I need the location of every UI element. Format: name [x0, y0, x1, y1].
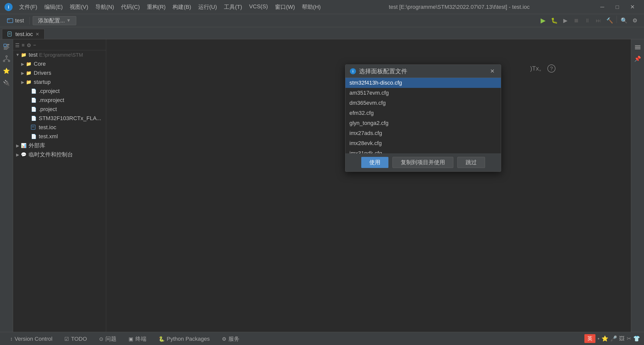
- bottom-tab-python-packages[interactable]: 🐍 Python Packages: [152, 332, 216, 345]
- project-selector[interactable]: test: [4, 16, 26, 25]
- tree-minus-icon[interactable]: −: [33, 42, 36, 48]
- dialog-list-item-2[interactable]: dm365evm.cfg: [345, 98, 501, 108]
- tray-icon-6[interactable]: 👕: [633, 335, 640, 342]
- app-logo: i: [4, 3, 13, 12]
- tree-item-startup[interactable]: ▶ 📁 startup: [13, 78, 106, 87]
- maximize-button[interactable]: □: [610, 0, 625, 14]
- close-button[interactable]: ✕: [625, 0, 640, 14]
- menu-navigate[interactable]: 导航(N): [92, 2, 117, 12]
- tree-tempconsole-label: 临时文件和控制台: [29, 151, 73, 158]
- menu-edit[interactable]: 编辑(E): [41, 2, 66, 12]
- content-area: )Tx。 ? i 选择面板配置文件 ✕ stm32f413h-disco.cfg: [106, 39, 631, 332]
- skip-button[interactable]: 跳过: [457, 157, 485, 168]
- tree-item-cproject[interactable]: ▶ 📄 .cproject: [13, 87, 106, 96]
- tree-root-folder-icon: 📁: [20, 51, 27, 58]
- tree-item-stm32flash[interactable]: ▶ 📄 STM32F103RCTx_FLA...: [13, 114, 106, 123]
- dialog-list-item-1[interactable]: am3517evm.cfg: [345, 88, 501, 98]
- menu-view[interactable]: 视图(V): [67, 2, 91, 12]
- dialog-list-item-7[interactable]: imx31pdk.cfg: [345, 148, 501, 153]
- dialog-title-bar: i 选择面板配置文件 ✕: [345, 65, 501, 78]
- use-button[interactable]: 使用: [361, 157, 388, 168]
- tree-startup-label: startup: [34, 79, 51, 85]
- structure-icon[interactable]: [1, 53, 12, 64]
- tree-toolbar: ☰ ≡ ⚙ −: [13, 40, 106, 50]
- tree-testxml-label: test.xml: [39, 133, 58, 140]
- tray-icon-3[interactable]: 🎤: [610, 335, 617, 342]
- project-view-icon[interactable]: [1, 41, 12, 52]
- bottom-tab-terminal[interactable]: ▣ 终端: [123, 332, 152, 345]
- build-button[interactable]: 🔨: [605, 16, 615, 26]
- plugins-icon[interactable]: 🔌: [1, 78, 12, 89]
- tree-startup-arrow: ▶: [20, 80, 25, 85]
- tree-item-project[interactable]: ▶ 📄 .project: [13, 105, 106, 114]
- pause-button[interactable]: ⏸: [582, 16, 592, 26]
- dialog-list-item-5[interactable]: imx27ads.cfg: [345, 128, 501, 138]
- tree-expand-icon[interactable]: ≡: [22, 42, 25, 48]
- tray-icon-2[interactable]: ⭐: [601, 335, 608, 342]
- menu-vcs[interactable]: VCS(S): [246, 2, 271, 12]
- tree-item-mxproject[interactable]: ▶ 📄 .mxproject: [13, 96, 106, 105]
- svg-rect-8: [7, 44, 9, 45]
- tray-icon-4[interactable]: 🖼: [619, 335, 625, 342]
- coverage-button[interactable]: ▶: [560, 16, 570, 26]
- tree-root-path: E:\programme\STM: [39, 52, 83, 58]
- step-button[interactable]: ⏭: [593, 16, 603, 26]
- menu-refactor[interactable]: 重构(R): [144, 2, 169, 12]
- bottom-tab-todo[interactable]: ☑ TODO: [58, 332, 93, 345]
- menu-help[interactable]: 帮助(H): [299, 2, 324, 12]
- tree-drivers-arrow: ▶: [20, 71, 25, 76]
- tree-item-test-xml[interactable]: ▶ 📄 test.xml: [13, 132, 106, 141]
- tree-drivers-folder-icon: 📁: [25, 70, 32, 77]
- favorites-icon[interactable]: ⭐: [1, 65, 12, 77]
- window-controls[interactable]: ─ □ ✕: [595, 0, 640, 14]
- menu-window[interactable]: 窗口(W): [272, 2, 298, 12]
- right-sidebar-icon-2[interactable]: 📌: [632, 53, 643, 64]
- menu-file[interactable]: 文件(F): [16, 2, 40, 12]
- copy-and-use-button[interactable]: 复制到项目并使用: [392, 157, 453, 168]
- dialog-list-item-3[interactable]: efm32.cfg: [345, 108, 501, 118]
- tab-close-button[interactable]: ✕: [35, 31, 39, 37]
- run-button[interactable]: ▶: [538, 16, 548, 26]
- svg-rect-4: [8, 32, 11, 36]
- tree-item-temp-console[interactable]: ▶ 💬 临时文件和控制台: [13, 150, 106, 159]
- settings-button[interactable]: ⚙: [630, 16, 640, 26]
- dialog-close-button[interactable]: ✕: [488, 67, 497, 76]
- tree-extlibs-icon: 📊: [20, 142, 27, 149]
- tab-test-ioc[interactable]: test.ioc ✕: [2, 29, 45, 39]
- tree-item-test-ioc[interactable]: ▶ test.ioc: [13, 123, 106, 132]
- add-config-button[interactable]: 添加配置... ▼: [33, 16, 76, 25]
- ime-indicator[interactable]: 英: [584, 334, 595, 343]
- tree-settings-icon[interactable]: ⚙: [27, 42, 31, 48]
- menu-code[interactable]: 代码(C): [118, 2, 143, 12]
- dialog-list[interactable]: stm32f413h-disco.cfg am3517evm.cfg dm365…: [345, 78, 501, 153]
- project-tree: ☰ ≡ ⚙ − ▼ 📁 test E:\programme\STM ▶ 📁 Co…: [13, 39, 106, 332]
- bottom-tab-problems[interactable]: ⊙ 问题: [93, 332, 123, 345]
- tray-icon-1[interactable]: •: [597, 335, 599, 342]
- debug-button[interactable]: 🐛: [549, 16, 559, 26]
- config-file-dialog: i 选择面板配置文件 ✕ stm32f413h-disco.cfg am3517…: [345, 64, 501, 172]
- minimize-button[interactable]: ─: [595, 0, 610, 14]
- tree-item-core[interactable]: ▶ 📁 Core: [13, 59, 106, 68]
- tray-icon-5[interactable]: ✂: [627, 335, 631, 342]
- svg-point-15: [8, 60, 10, 62]
- tree-root[interactable]: ▼ 📁 test E:\programme\STM: [13, 50, 106, 59]
- right-sidebar-icon-1[interactable]: [632, 41, 643, 52]
- menu-build[interactable]: 构建(B): [170, 2, 194, 12]
- stop-button[interactable]: ⏹: [571, 16, 581, 26]
- menu-tools[interactable]: 工具(T): [221, 2, 245, 12]
- dialog-list-item-4[interactable]: glyn_tonga2.cfg: [345, 118, 501, 128]
- tree-item-drivers[interactable]: ▶ 📁 Drivers: [13, 68, 106, 78]
- tree-core-label: Core: [34, 61, 46, 67]
- bottom-tab-version-control[interactable]: ↕ Version Control: [4, 332, 58, 345]
- tree-item-external-libs[interactable]: ▶ 📊 外部库: [13, 141, 106, 150]
- dialog-list-item-0[interactable]: stm32f413h-disco.cfg: [345, 78, 501, 88]
- menu-run[interactable]: 运行(U): [195, 2, 220, 12]
- tree-extlibs-label: 外部库: [29, 142, 45, 149]
- project-name: test: [15, 17, 24, 24]
- menu-bar[interactable]: 文件(F) 编辑(E) 视图(V) 导航(N) 代码(C) 重构(R) 构建(B…: [16, 2, 324, 12]
- bottom-tab-services[interactable]: ⚙ 服务: [216, 332, 246, 345]
- bottom-bar: ↕ Version Control ☑ TODO ⊙ 问题 ▣ 终端 🐍 Pyt…: [0, 332, 644, 345]
- tree-collapse-all-icon[interactable]: ☰: [15, 42, 20, 48]
- search-everywhere-button[interactable]: 🔍: [619, 16, 629, 26]
- dialog-list-item-6[interactable]: imx28evk.cfg: [345, 138, 501, 148]
